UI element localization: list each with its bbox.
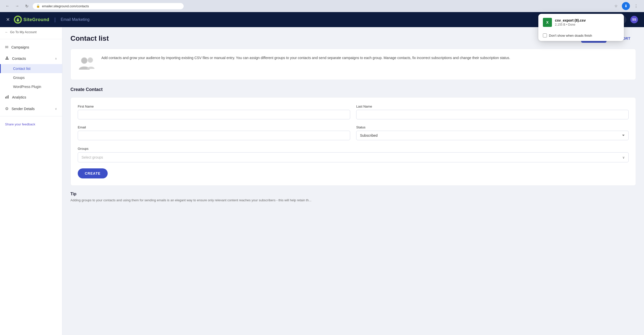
download-file-info: csv_export (8).csv 2,155 B • Done bbox=[555, 18, 619, 26]
campaigns-icon: ✉ bbox=[5, 45, 8, 50]
content-area: Contact list IMPORT EXPORT Add contacts … bbox=[62, 27, 644, 335]
download-popup-header: X csv_export (8).csv 2,155 B • Done bbox=[538, 14, 624, 31]
create-button[interactable]: CREATE bbox=[78, 168, 108, 178]
go-to-account-label: Go To My Account bbox=[10, 30, 36, 34]
sidebar-item-campaigns[interactable]: ✉ Campaigns bbox=[0, 41, 62, 53]
last-name-input[interactable] bbox=[356, 110, 629, 119]
contacts-sub-items: Contact list Groups WordPress Plugin bbox=[0, 64, 62, 91]
back-button[interactable]: ← bbox=[4, 3, 11, 10]
share-feedback-link[interactable]: Share your feedback bbox=[0, 118, 62, 130]
sender-details-chevron-icon: ∨ bbox=[55, 107, 57, 111]
status-select[interactable]: Subscribed Unsubscribed Pending bbox=[356, 131, 629, 140]
info-card-text: Add contacts and grow your audience by i… bbox=[101, 55, 510, 61]
svg-rect-4 bbox=[8, 95, 9, 99]
sidebar-item-analytics[interactable]: Analytics bbox=[0, 91, 62, 103]
download-filename: csv_export (8).csv bbox=[555, 18, 619, 22]
groups-label: Groups bbox=[13, 76, 25, 80]
status-group: Status Subscribed Unsubscribed Pending bbox=[356, 125, 629, 140]
sidebar-item-sender-details[interactable]: ⚙ Sender Details ∨ bbox=[0, 103, 62, 114]
groups-select-button[interactable]: Select groups ∨ bbox=[78, 152, 629, 162]
download-popup: X csv_export (8).csv 2,155 B • Done Don'… bbox=[538, 14, 624, 41]
groups-label: Groups bbox=[78, 147, 89, 151]
star-button[interactable]: ☆ bbox=[612, 2, 620, 10]
dont-show-text: Don't show when doads finish bbox=[549, 34, 592, 37]
last-name-label: Last Name bbox=[356, 105, 629, 108]
create-contact-form: First Name Last Name Email Status bbox=[70, 97, 636, 186]
contact-list-label: Contact list bbox=[13, 67, 30, 71]
browser-chrome: ← → ↻ 🔒 emailer.siteground.com/contacts … bbox=[0, 0, 644, 12]
first-name-group: First Name bbox=[78, 105, 350, 119]
csv-file-icon: X bbox=[543, 18, 552, 27]
logo-area: SiteGround | Email Marketing bbox=[14, 16, 90, 24]
svg-point-1 bbox=[17, 18, 19, 20]
first-name-input[interactable] bbox=[78, 110, 350, 119]
svg-point-5 bbox=[81, 58, 87, 64]
sender-details-label: Sender Details bbox=[12, 107, 35, 111]
groups-select-wrapper: Select groups ∨ bbox=[78, 152, 629, 162]
email-group: Email bbox=[78, 125, 350, 140]
reload-button[interactable]: ↻ bbox=[23, 3, 30, 10]
sender-details-icon: ⚙ bbox=[5, 106, 9, 111]
form-section-title: Create Contact bbox=[70, 87, 636, 92]
contacts-chevron-icon: ∧ bbox=[55, 57, 57, 60]
page-title: Contact list bbox=[70, 34, 109, 42]
dont-show-checkbox[interactable] bbox=[543, 33, 547, 37]
forward-button[interactable]: → bbox=[14, 3, 21, 10]
name-row: First Name Last Name bbox=[78, 105, 629, 119]
user-avatar[interactable]: SS bbox=[630, 16, 638, 23]
svg-rect-3 bbox=[7, 96, 7, 99]
email-status-row: Email Status Subscribed Unsubscribed Pen… bbox=[78, 125, 629, 140]
analytics-label: Analytics bbox=[12, 95, 26, 99]
svg-point-6 bbox=[88, 58, 93, 63]
svg-rect-2 bbox=[5, 97, 6, 99]
more-button[interactable]: ⋮ bbox=[632, 2, 640, 10]
download-meta: 2,155 B • Done bbox=[555, 23, 619, 26]
groups-chevron-icon: ∨ bbox=[622, 156, 625, 159]
groups-placeholder-text: Select groups bbox=[82, 155, 103, 159]
download-button[interactable]: ⬇ bbox=[622, 2, 630, 10]
email-input[interactable] bbox=[78, 131, 350, 140]
sidebar-item-wordpress-plugin[interactable]: WordPress Plugin bbox=[0, 82, 62, 91]
first-name-label: First Name bbox=[78, 105, 350, 108]
tip-section: Tip Adding groups to your contacts and u… bbox=[70, 192, 636, 203]
address-bar[interactable]: 🔒 emailer.siteground.com/contacts bbox=[33, 3, 184, 9]
info-card: Add contacts and grow your audience by i… bbox=[70, 49, 636, 80]
sidebar-item-contact-list[interactable]: Contact list bbox=[0, 64, 62, 73]
close-button[interactable]: ✕ bbox=[6, 17, 10, 22]
sidebar-section-contacts[interactable]: Contacts ∧ bbox=[0, 53, 62, 64]
logo-separator: | bbox=[54, 17, 56, 23]
analytics-icon bbox=[5, 95, 9, 100]
back-arrow-icon: ← bbox=[5, 30, 8, 34]
email-label: Email bbox=[78, 125, 350, 129]
contacts-illustration-icon bbox=[78, 55, 95, 74]
url-text: emailer.siteground.com/contacts bbox=[42, 4, 89, 8]
status-label: Status bbox=[356, 125, 629, 129]
logo-text: SiteGround bbox=[23, 17, 49, 22]
tip-title: Tip bbox=[70, 192, 636, 196]
groups-row: Groups Select groups ∨ bbox=[78, 146, 629, 162]
sidebar-item-groups[interactable]: Groups bbox=[0, 73, 62, 82]
wordpress-plugin-label: WordPress Plugin bbox=[13, 85, 41, 89]
main-layout: ← Go To My Account ✉ Campaigns Contacts … bbox=[0, 27, 644, 335]
sidebar-divider-1 bbox=[0, 39, 62, 39]
logo-icon bbox=[14, 16, 22, 24]
sidebar-divider-2 bbox=[0, 116, 62, 116]
download-popup-footer: Don't show when doads finish bbox=[538, 31, 624, 41]
campaigns-label: Campaigns bbox=[11, 45, 29, 49]
lock-icon: 🔒 bbox=[36, 4, 40, 8]
app-name: Email Marketing bbox=[61, 17, 90, 22]
last-name-group: Last Name bbox=[356, 105, 629, 119]
sidebar: ← Go To My Account ✉ Campaigns Contacts … bbox=[0, 27, 62, 335]
status-select-wrapper: Subscribed Unsubscribed Pending bbox=[356, 131, 629, 140]
tip-text: Adding groups to your contacts and using… bbox=[70, 198, 636, 203]
contacts-icon bbox=[5, 56, 9, 61]
browser-actions: ☆ ⬇ ⋮ bbox=[612, 2, 640, 10]
contacts-label: Contacts bbox=[12, 57, 26, 61]
go-to-account-link[interactable]: ← Go To My Account bbox=[0, 27, 62, 37]
